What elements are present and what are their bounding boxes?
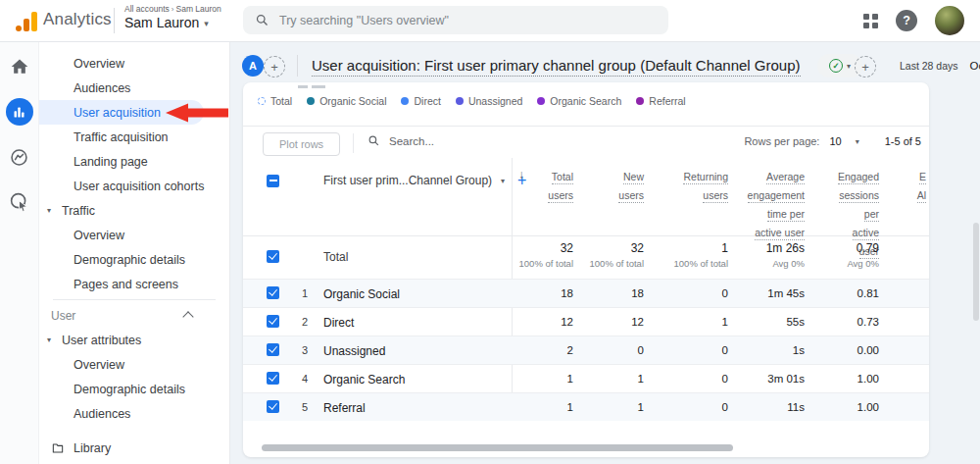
table-total-row: Total 32100% of total 32100% of total 11… <box>243 235 929 279</box>
table-row: 4 Organic Search 1 1 0 3m 01s 1.00 <box>243 364 929 392</box>
date-range-picker[interactable]: Last 28 daysOct 3 <box>900 60 980 72</box>
table-body: 1 Organic Social 18 18 0 1m 45s 0.81 2 D… <box>243 279 929 421</box>
sidebar-item-user-audiences[interactable]: Audiences <box>39 401 229 426</box>
sidebar-item-user-demographic-details[interactable]: Demographic details <box>39 377 229 401</box>
search-icon <box>368 134 380 147</box>
sidebar-item-user-acquisition-cohorts[interactable]: User acquisition cohorts <box>39 174 229 198</box>
channel-name: Referral <box>323 401 366 415</box>
search-input[interactable]: Try searching "Users overview" <box>243 6 668 34</box>
caret-down-icon: ▾ <box>47 206 62 215</box>
annotation-arrow <box>164 101 230 125</box>
row-checkbox[interactable] <box>267 400 279 413</box>
table-search-input[interactable]: Search... <box>368 134 434 147</box>
sidebar-divider <box>53 299 216 300</box>
legend-dot <box>307 97 315 105</box>
explore-icon[interactable] <box>7 144 32 170</box>
legend-dot <box>537 97 545 105</box>
toolbar-divider <box>353 133 354 153</box>
chevron-down-icon: ▾ <box>204 19 209 28</box>
apps-grid-icon[interactable] <box>863 14 878 28</box>
legend-item-unassigned[interactable]: Unassigned <box>456 95 522 107</box>
caret-down-icon[interactable]: ▾ <box>501 177 505 185</box>
topbar-actions: ? <box>863 6 964 35</box>
sidebar-item-demographic-details[interactable]: Demographic details <box>39 247 229 272</box>
report-card: Total Organic Social Direct Unassigned O… <box>243 82 929 457</box>
legend-dot <box>636 97 644 105</box>
row-checkbox[interactable] <box>267 315 279 328</box>
table-toolbar: Plot rows Search... Rows per page: 10 ▾ … <box>243 126 929 159</box>
top-bar: Analytics All accounts›Sam Lauron Sam La… <box>0 0 980 42</box>
sidebar-item-library[interactable]: Library <box>39 436 229 460</box>
legend-item-direct[interactable]: Direct <box>401 95 440 107</box>
caret-down-icon: ▾ <box>847 62 851 71</box>
table-row: 1 Organic Social 18 18 0 1m 45s 0.81 <box>243 279 929 307</box>
vertical-scrollbar[interactable] <box>973 223 979 321</box>
sidebar-item-landing-page[interactable]: Landing page <box>39 149 229 174</box>
sidebar-item-pages-and-screens[interactable]: Pages and screens <box>39 272 229 296</box>
sidebar-group-traffic[interactable]: ▾Traffic <box>39 198 229 223</box>
page-range: 1-5 of 5 <box>885 135 921 147</box>
search-placeholder: Try searching "Users overview" <box>279 14 449 27</box>
report-owner-badge[interactable]: A <box>242 55 264 77</box>
table-search-placeholder: Search... <box>389 135 434 147</box>
channel-name: Organic Social <box>323 287 400 301</box>
home-icon[interactable] <box>7 54 32 79</box>
row-checkbox[interactable] <box>267 372 279 385</box>
sidebar-item-user-overview[interactable]: Overview <box>39 352 229 377</box>
user-avatar[interactable] <box>935 6 964 35</box>
sidebar-group-user-attributes[interactable]: ▾User attributes <box>39 328 229 352</box>
channel-name: Organic Search <box>323 373 405 387</box>
plot-rows-button[interactable]: Plot rows <box>263 132 340 156</box>
chart-legend: Total Organic Social Direct Unassigned O… <box>258 95 686 107</box>
rows-per-page-label: Rows per page: <box>744 135 819 147</box>
search-icon <box>255 13 270 27</box>
folder-icon <box>51 441 65 455</box>
sidebar-section-user[interactable]: User <box>39 303 229 328</box>
row-checkbox[interactable] <box>267 250 279 263</box>
table-header: First user prim...Channel Group) ▾ + ↓ T… <box>243 158 929 236</box>
legend-dot <box>401 97 409 105</box>
legend-dot <box>456 97 464 105</box>
legend-item-total[interactable]: Total <box>258 95 292 107</box>
add-comparison-button[interactable]: + <box>264 56 285 77</box>
sidebar-item-traffic-acquisition[interactable]: Traffic acquisition <box>39 125 229 149</box>
horizontal-scrollbar[interactable] <box>262 444 733 451</box>
analytics-app: Analytics All accounts›Sam Lauron Sam La… <box>0 0 980 464</box>
chevron-right-icon: › <box>172 5 174 14</box>
sidebar-item-overview[interactable]: Overview <box>39 51 229 76</box>
report-title[interactable]: User acquisition: First user primary cha… <box>312 57 801 77</box>
account-switcher[interactable]: Sam Lauron ▾ <box>124 15 209 30</box>
channel-name: Direct <box>323 316 354 330</box>
row-checkbox[interactable] <box>267 343 279 356</box>
add-metric-button[interactable]: + <box>855 56 876 77</box>
caret-down-icon: ▾ <box>47 335 62 344</box>
caret-down-icon: ▾ <box>856 137 859 146</box>
table-row: 3 Unassigned 2 0 0 1s 0.00 <box>243 335 929 364</box>
legend-item-referral[interactable]: Referral <box>636 95 685 107</box>
check-circle-icon: ✓ <box>829 59 843 73</box>
topbar-divider <box>114 8 115 33</box>
clipped-chart-fragment <box>298 85 325 88</box>
analytics-logo-icon[interactable] <box>16 10 37 31</box>
brand-name: Analytics <box>43 10 112 29</box>
table-row: 2 Direct 12 12 1 55s 0.73 <box>243 307 929 335</box>
nav-rail <box>0 41 39 464</box>
legend-item-organic-search[interactable]: Organic Search <box>537 95 621 107</box>
select-all-checkbox[interactable] <box>267 175 279 187</box>
pagination-controls: Rows per page: 10 ▾ 1-5 of 5 <box>744 135 921 147</box>
rows-per-page-select[interactable]: 10 ▾ <box>819 135 858 147</box>
sidebar-item-audiences[interactable]: Audiences <box>39 76 229 100</box>
reports-icon[interactable] <box>6 98 33 126</box>
help-icon[interactable]: ? <box>896 10 917 31</box>
breadcrumb[interactable]: All accounts›Sam Lauron <box>124 4 221 14</box>
sidebar-item-traffic-overview[interactable]: Overview <box>39 223 229 247</box>
legend-dot <box>258 97 266 105</box>
header-divider <box>297 55 298 77</box>
legend-item-organic-social[interactable]: Organic Social <box>307 95 386 107</box>
advertising-icon[interactable] <box>7 188 32 214</box>
channel-name: Unassigned <box>323 344 385 358</box>
chevron-up-icon <box>182 311 193 322</box>
dimension-header[interactable]: First user prim...Channel Group) <box>323 174 492 187</box>
table-row: 5 Referral 1 1 0 11s 1.00 <box>243 392 929 421</box>
row-checkbox[interactable] <box>267 286 279 299</box>
